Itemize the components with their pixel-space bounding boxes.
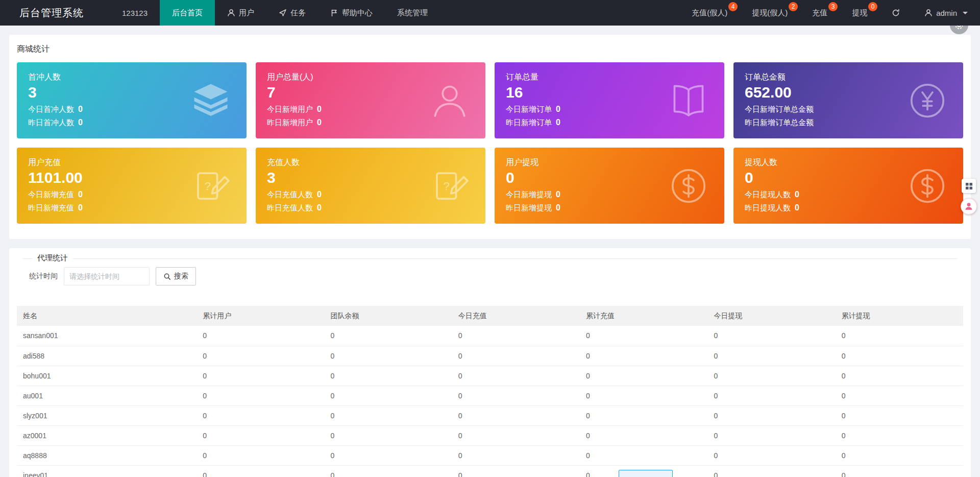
recharge-badge: 3 bbox=[828, 2, 838, 11]
cell-value: 0 bbox=[325, 406, 452, 425]
cell-name: slyz001 bbox=[17, 406, 197, 425]
refresh-button[interactable] bbox=[879, 0, 912, 26]
cell-value: 0 bbox=[707, 326, 835, 346]
nav-item-label: 后台首页 bbox=[172, 8, 203, 18]
stat-card-4: 订单总金额652.00今日新增订单总金额昨日新增订单总金额 bbox=[733, 62, 963, 138]
cell-value: 0 bbox=[197, 445, 324, 465]
table-header-cell: 团队余额 bbox=[325, 306, 452, 326]
search-button[interactable]: 搜索 bbox=[156, 267, 196, 285]
stat-line-value: 0 bbox=[556, 203, 560, 212]
cell-value: 0 bbox=[452, 386, 580, 406]
stat-card-5: 用户充值1101.00今日新增充值0昨日新增充值0? bbox=[17, 148, 247, 224]
main-content: 商城统计 首冲人数3今日首冲人数0昨日首冲人数0用户总量(人)7今日新增用户0昨… bbox=[0, 26, 980, 477]
stat-line-value: 0 bbox=[317, 190, 322, 199]
stat-line-label: 今日新增订单 bbox=[506, 105, 552, 114]
cell-value: 0 bbox=[452, 425, 580, 445]
cell-value: 0 bbox=[452, 326, 580, 346]
cell-value: 0 bbox=[707, 445, 835, 465]
nav-item-label: 提现(假人) bbox=[752, 8, 788, 18]
agent-table: 姓名累计用户团队余额今日充值累计充值今日提现累计提现 sansan0010000… bbox=[17, 306, 963, 477]
cell-value: 0 bbox=[580, 425, 707, 445]
cell-value: 0 bbox=[325, 425, 452, 445]
nav-item-help[interactable]: 帮助中心 bbox=[318, 0, 385, 26]
stat-line-label: 昨日新增订单 bbox=[506, 118, 552, 128]
stat-line-label: 今日充值人数 bbox=[267, 190, 313, 200]
customer-service-button[interactable] bbox=[961, 198, 977, 214]
table-row: adi588000000 bbox=[17, 346, 963, 366]
table-header-cell: 今日提现 bbox=[707, 306, 835, 326]
cell-value: 0 bbox=[325, 386, 452, 406]
nav-item-label: 用户 bbox=[239, 8, 254, 18]
cell-value: 0 bbox=[580, 366, 707, 386]
stat-card-6: 充值人数3今日充值人数0昨日充值人数0? bbox=[256, 148, 485, 224]
nav-item-label: 充值(假人) bbox=[692, 8, 727, 18]
cell-value: 0 bbox=[197, 465, 324, 477]
nav-item-system[interactable]: 系统管理 bbox=[385, 0, 440, 26]
cell-name: sansan001 bbox=[17, 326, 197, 346]
nav-item-label: 任务 bbox=[290, 8, 306, 18]
cell-value: 0 bbox=[836, 346, 963, 366]
cell-value: 0 bbox=[580, 406, 707, 425]
cell-value: 0 bbox=[836, 386, 963, 406]
service-person-icon bbox=[964, 202, 973, 211]
stat-line-label: 今日首冲人数 bbox=[28, 105, 74, 114]
stat-line-label: 昨日新增提现 bbox=[506, 203, 552, 213]
stat-line-value: 0 bbox=[78, 203, 83, 212]
layers-icon bbox=[190, 80, 231, 121]
cell-value: 0 bbox=[197, 425, 324, 445]
cell-name: aq8888 bbox=[17, 445, 197, 465]
stat-card-8: 提现人数0今日提现人数0昨日提现人数0 bbox=[733, 148, 963, 224]
table-header-cell: 累计用户 bbox=[197, 306, 324, 326]
task-icon bbox=[279, 9, 287, 17]
stat-line-value: 0 bbox=[795, 203, 799, 212]
cell-value: 0 bbox=[836, 326, 963, 346]
user-icon bbox=[227, 9, 235, 17]
table-row: slyz001000000 bbox=[17, 406, 963, 425]
stat-line-value: 0 bbox=[556, 105, 560, 114]
table-header-cell: 累计充值 bbox=[580, 306, 707, 326]
doc-edit-icon: ? bbox=[429, 165, 470, 206]
stat-line-value: 0 bbox=[78, 118, 83, 127]
table-header-cell: 累计提现 bbox=[836, 306, 963, 326]
main-menu: 123123 后台首页 用户 任务 帮助中心 系统管理 bbox=[110, 0, 440, 26]
cell-name: jneey01 bbox=[17, 465, 197, 477]
nav-item-123123[interactable]: 123123 bbox=[110, 0, 160, 26]
table-row: aq8888000000 bbox=[17, 445, 963, 465]
time-filter-input[interactable] bbox=[64, 267, 150, 285]
bottom-blue-button[interactable] bbox=[619, 470, 673, 477]
nav-recharge-fake-button[interactable]: 充值(假人) 4 bbox=[679, 0, 740, 26]
grid-icon bbox=[965, 182, 973, 190]
cell-value: 0 bbox=[580, 346, 707, 366]
nav-item-label: 系统管理 bbox=[397, 8, 428, 18]
stat-line-label: 今日提现人数 bbox=[745, 190, 791, 200]
cell-value: 0 bbox=[707, 406, 835, 425]
cell-value: 0 bbox=[197, 346, 324, 366]
search-icon bbox=[163, 273, 171, 280]
svg-text:?: ? bbox=[443, 179, 450, 192]
table-row: bohu001000000 bbox=[17, 366, 963, 386]
nav-item-label: 帮助中心 bbox=[342, 8, 373, 18]
cell-value: 0 bbox=[197, 366, 324, 386]
nav-item-users[interactable]: 用户 bbox=[215, 0, 266, 26]
stat-line-label: 今日新增充值 bbox=[28, 190, 74, 200]
user-menu[interactable]: admin bbox=[912, 0, 980, 26]
nav-item-tasks[interactable]: 任务 bbox=[266, 0, 318, 26]
layout-switch-button[interactable] bbox=[962, 179, 976, 193]
stat-line-value: 0 bbox=[317, 203, 322, 212]
nav-recharge-button[interactable]: 充值 3 bbox=[800, 0, 840, 26]
admin-avatar-icon bbox=[924, 9, 933, 17]
nav-withdraw-fake-button[interactable]: 提现(假人) 2 bbox=[740, 0, 800, 26]
table-header-cell: 今日充值 bbox=[452, 306, 580, 326]
cell-value: 0 bbox=[197, 406, 324, 425]
nav-item-home[interactable]: 后台首页 bbox=[160, 0, 215, 26]
cell-value: 0 bbox=[325, 326, 452, 346]
nav-withdraw-button[interactable]: 提现 0 bbox=[840, 0, 879, 26]
stat-card-2: 用户总量(人)7今日新增用户0昨日新增用户0 bbox=[256, 62, 485, 138]
navbar-right: 充值(假人) 4 提现(假人) 2 充值 3 提现 0 admin bbox=[679, 0, 980, 26]
stat-line-label: 昨日充值人数 bbox=[267, 203, 313, 213]
cell-value: 0 bbox=[452, 465, 580, 477]
app-title: 后台管理系统 bbox=[0, 0, 110, 26]
cell-value: 0 bbox=[197, 386, 324, 406]
user-icon bbox=[429, 80, 470, 121]
refresh-icon bbox=[892, 9, 900, 17]
